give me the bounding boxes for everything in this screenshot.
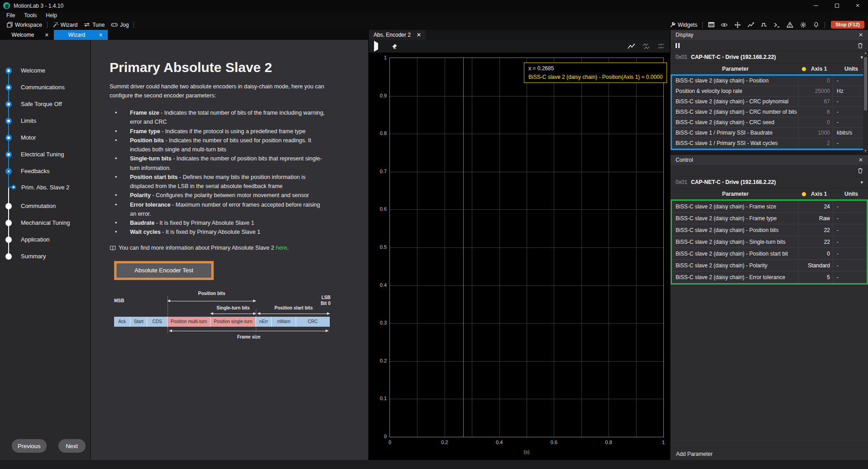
wizard-step[interactable]: Mechanical Tuning xyxy=(0,214,90,231)
wizard-step[interactable]: Feedbacks xyxy=(0,163,90,179)
step-label: Safe Torque Off xyxy=(21,101,62,107)
parameter-value[interactable]: 22 xyxy=(799,224,833,236)
wizard-step[interactable]: Commutation xyxy=(0,198,90,214)
settings-button[interactable] xyxy=(796,22,810,28)
display-parameter-row[interactable]: BiSS-C slave 1 / Primary SSI - Wait cycl… xyxy=(672,138,867,149)
wizard-step[interactable]: Summary xyxy=(0,248,90,265)
scope-tab-bar: Abs. Encoder 2 ✕ xyxy=(369,30,670,40)
wizard-step[interactable]: Electrical Tuning xyxy=(0,146,90,163)
pause-button[interactable] xyxy=(676,43,680,48)
step-label: Feedbacks xyxy=(21,168,50,174)
motion-view-button[interactable] xyxy=(731,22,744,28)
dual-signal-button[interactable] xyxy=(643,44,650,49)
display-parameter-row[interactable]: BiSS-C slave 2 (daisy chain) - CRC seed … xyxy=(672,117,867,128)
wizard-step[interactable]: Limits xyxy=(0,112,90,129)
menu-item[interactable]: Help xyxy=(41,12,62,19)
bullet-item: Baudrate - It is fixed by Primary Absolu… xyxy=(110,218,326,227)
console-button[interactable] xyxy=(770,22,783,28)
parameter-value[interactable]: Raw xyxy=(799,213,833,224)
widgets-button[interactable]: Widgets xyxy=(667,22,700,28)
workspace-tab-bar: Welcome ✕ Wizard ✕ xyxy=(0,30,368,40)
minimize-icon xyxy=(814,5,818,6)
display-parameter-row[interactable]: Position & velocity loop rate 25000 Hz xyxy=(672,86,867,97)
control-parameter-row[interactable]: BiSS-C slave 2 (daisy chain) - Error tol… xyxy=(672,271,867,283)
wizard-step[interactable]: Motor xyxy=(0,129,90,146)
signals-button[interactable] xyxy=(757,22,770,28)
display-parameter-row[interactable]: BiSS-C slave 2 (daisy chain) - Position … xyxy=(672,76,867,86)
single-turn-bits-arrow xyxy=(211,314,256,314)
menu-item[interactable]: Tools xyxy=(19,12,41,19)
wizard-step[interactable]: Safe Torque Off xyxy=(0,96,90,112)
close-panel-icon[interactable]: ✕ xyxy=(858,157,863,163)
tune-button[interactable]: Tune xyxy=(81,22,108,28)
alerts-button[interactable] xyxy=(783,22,796,28)
control-parameter-row[interactable]: BiSS-C slave 2 (daisy chain) - Position … xyxy=(672,224,867,236)
tab-welcome[interactable]: Welcome ✕ xyxy=(0,30,54,40)
here-link[interactable]: here xyxy=(276,245,287,251)
close-panel-icon[interactable]: ✕ xyxy=(858,32,863,38)
close-tab-icon[interactable]: ✕ xyxy=(417,32,421,38)
wizard-step[interactable]: Application xyxy=(0,231,90,248)
scroll-down-icon[interactable]: ▼ xyxy=(864,149,867,153)
close-button[interactable]: ✕ xyxy=(847,0,868,11)
add-parameter-button[interactable]: Add Parameter xyxy=(671,448,868,460)
parameter-bullets: Frame size - Indicates the total number … xyxy=(110,108,326,237)
wizard-step[interactable]: Communications xyxy=(0,79,90,96)
frame-segment: Start xyxy=(130,317,147,327)
play-button[interactable] xyxy=(374,43,378,49)
clear-list-button[interactable] xyxy=(858,168,863,174)
notifications-button[interactable] xyxy=(810,22,823,28)
cursor-line[interactable] xyxy=(463,58,464,437)
maximize-button[interactable] xyxy=(826,0,847,11)
wizard-step[interactable]: Prim. Abs. Slave 2 xyxy=(0,179,90,195)
control-parameter-row[interactable]: BiSS-C slave 2 (daisy chain) - Frame siz… xyxy=(672,201,867,213)
parameter-value[interactable]: 0 xyxy=(799,248,833,259)
single-signal-button[interactable] xyxy=(628,44,635,49)
plot-area[interactable]: x = 0.2685 BiSS-C slave 2 (daisy chain) … xyxy=(389,58,664,437)
step-label: Summary xyxy=(21,253,46,260)
wizard-column: Welcome ✕ Wizard ✕ xyxy=(0,30,368,460)
tab-wizard[interactable]: Wizard ✕ xyxy=(54,30,108,40)
scope-view-button[interactable] xyxy=(744,22,757,28)
wizard-button[interactable]: Wizard xyxy=(49,22,81,28)
absolute-encoder-test-button[interactable]: Absolute Encoder Test xyxy=(116,263,212,278)
control-parameter-row[interactable]: BiSS-C slave 2 (daisy chain) - Frame typ… xyxy=(672,213,867,224)
clear-button[interactable] xyxy=(392,44,398,49)
clear-list-button[interactable] xyxy=(858,43,863,48)
parameter-value[interactable]: 24 xyxy=(799,201,833,212)
jog-button[interactable]: Jog xyxy=(108,22,132,28)
next-button[interactable]: Next xyxy=(58,439,86,453)
control-parameter-row[interactable]: BiSS-C slave 2 (daisy chain) - Single-tu… xyxy=(672,236,867,248)
control-parameter-row[interactable]: BiSS-C slave 2 (daisy chain) - Polarity … xyxy=(672,260,867,271)
wizard-step[interactable]: Welcome xyxy=(0,62,90,79)
workspace-button[interactable]: Workspace xyxy=(4,22,45,28)
scroll-thumb[interactable] xyxy=(864,57,867,111)
control-device-dropdown[interactable]: 0x01 CAP-NET-C - Drive (192.168.2.22) ▾ xyxy=(671,176,868,189)
gridline-horizontal xyxy=(390,323,663,324)
table-view-button[interactable] xyxy=(705,22,718,28)
scope-toolbar xyxy=(369,40,670,53)
display-device-dropdown[interactable]: 0x01 CAP-NET-C - Drive (192.168.2.22) ▾ xyxy=(671,51,868,63)
watch-view-button[interactable] xyxy=(718,22,731,28)
close-tab-icon[interactable]: ✕ xyxy=(99,32,103,38)
quad-signal-button[interactable] xyxy=(657,44,665,49)
step-label: Communications xyxy=(21,84,65,91)
scroll-up-icon[interactable]: ▲ xyxy=(864,51,867,55)
step-dot-icon xyxy=(5,135,12,141)
display-parameter-row[interactable]: BiSS-C slave 1 / Primary SSI - Baudrate … xyxy=(672,128,867,138)
menu-item[interactable]: File xyxy=(2,12,19,19)
display-scrollbar[interactable]: ▲ ▼ xyxy=(863,51,868,153)
tab-abs-encoder-2[interactable]: Abs. Encoder 2 ✕ xyxy=(369,30,426,40)
frame-segment: Ack xyxy=(114,317,130,327)
minimize-button[interactable] xyxy=(806,0,826,11)
display-parameter-row[interactable]: BiSS-C slave 2 (daisy chain) - CRC polyn… xyxy=(672,97,867,107)
parameter-value[interactable]: 22 xyxy=(799,236,833,247)
parameter-value[interactable]: 5 xyxy=(799,271,833,283)
control-parameter-row[interactable]: BiSS-C slave 2 (daisy chain) - Position … xyxy=(672,248,867,260)
parameter-value[interactable]: Standard xyxy=(799,260,833,271)
previous-button[interactable]: Previous xyxy=(12,439,47,453)
display-parameter-row[interactable]: BiSS-C slave 2 (daisy chain) - CRC numbe… xyxy=(672,107,867,117)
gridline-vertical xyxy=(581,58,582,437)
stop-button[interactable]: Stop (F12) xyxy=(831,21,864,29)
close-tab-icon[interactable]: ✕ xyxy=(45,32,49,38)
